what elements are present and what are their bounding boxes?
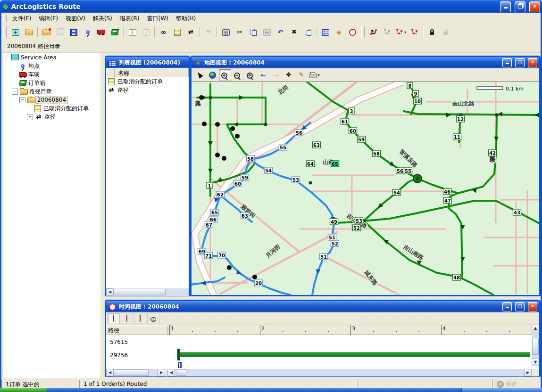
map-canvas[interactable]: 北街人民路吉山北路外环东路智溪东路山路吉山二路吉山南路城东路月河街殿前街8910… — [192, 82, 539, 295]
map-stop-53[interactable]: 53 — [292, 177, 300, 183]
menu-解决(S)[interactable]: 解决(S) — [89, 14, 116, 23]
time-close-button[interactable]: ✕ — [528, 302, 537, 311]
zoom-out-tool[interactable]: − — [232, 69, 244, 81]
map-stop-64[interactable]: 64 — [307, 161, 315, 167]
save-button[interactable] — [67, 26, 80, 39]
map-stop-51[interactable]: 51 — [328, 234, 336, 240]
unassigned-stop-dot[interactable] — [230, 126, 235, 131]
map-stop-56[interactable]: 56 — [295, 130, 303, 136]
map-stop-62[interactable]: 62 — [217, 191, 225, 197]
unassigned-stop-dot[interactable] — [202, 122, 207, 126]
zoom-selected-tool[interactable]: ❖ — [244, 69, 257, 81]
list-view-titlebar[interactable]: 列表视图 (20060804) — [106, 57, 189, 68]
menu-帮助(H)[interactable]: 帮助(H) — [172, 14, 200, 23]
map-stop-60[interactable]: 60 — [349, 128, 357, 134]
vehicles-button[interactable] — [95, 26, 108, 39]
find-button[interactable]: ∞ — [157, 26, 170, 39]
solve-button[interactable]: ↻ — [367, 26, 380, 39]
minimize-button[interactable] — [500, 1, 511, 12]
green-route-line[interactable] — [197, 98, 266, 182]
list-view-button[interactable] — [319, 26, 332, 39]
map-stop-3[interactable]: 3 — [349, 108, 354, 114]
map-stop-51[interactable]: 51 — [320, 253, 328, 260]
scroll-up-icon[interactable]: ▲ — [532, 325, 539, 332]
draw-tool[interactable]: ✎ — [295, 69, 308, 81]
delete-button[interactable]: ✖ — [288, 26, 300, 39]
list-header-name[interactable]: 名称 — [115, 68, 189, 77]
close-button[interactable]: ✕ — [529, 1, 540, 12]
map-stop-20[interactable]: 20 — [255, 280, 263, 286]
tree-item-已取消分配的订单[interactable]: 已取消分配的订单 — [2, 104, 100, 113]
time-maximize-button[interactable]: □ — [515, 302, 525, 311]
tree-expander-expand-icon[interactable]: + — [27, 114, 33, 120]
map-stop-1[interactable]: 1 — [207, 182, 212, 188]
tree-expander-collapse-icon[interactable]: − — [12, 89, 18, 95]
unassigned-stop-dot[interactable] — [199, 95, 204, 100]
route-badge-2[interactable]: 2 — [413, 174, 422, 183]
unassigned-stop-dot[interactable] — [215, 122, 220, 127]
unassigned-stop-dot[interactable] — [227, 265, 232, 270]
list-hscrollbar[interactable]: ◀ — [106, 288, 189, 296]
map-stop-52[interactable]: 52 — [331, 240, 339, 246]
clock-half-button[interactable] — [121, 313, 133, 324]
menu-grip[interactable] — [3, 15, 7, 22]
map-stop-9[interactable]: 9 — [413, 90, 418, 97]
map-stop-56[interactable]: 56 — [396, 168, 404, 174]
unlock-button[interactable] — [439, 26, 452, 39]
map-svg[interactable]: 北街人民路吉山北路外环东路智溪东路山路吉山二路吉山南路城东路月河街殿前街8910… — [192, 82, 539, 295]
tree-item-地点[interactable]: 地点 — [2, 62, 100, 70]
map-stop-46[interactable]: 46 — [443, 188, 451, 195]
route-flag-button[interactable]: ⚑ — [202, 26, 215, 39]
import-template-button[interactable]: ↓ — [140, 26, 152, 39]
new-project-button[interactable]: + — [9, 26, 22, 39]
select-arrow-tool[interactable] — [193, 69, 206, 81]
map-view-titlebar[interactable]: ◈ 地图视图 : 20060804 □ ✕ — [192, 57, 539, 68]
green-route-line[interactable] — [307, 82, 458, 193]
scroll-left-icon[interactable]: ◀ — [106, 288, 114, 296]
map-stop-10[interactable]: 10 — [414, 98, 422, 104]
unassigned-stop-dot[interactable] — [252, 275, 257, 279]
scroll-left-icon[interactable]: ◀ — [167, 369, 175, 376]
map-close-button[interactable]: ✕ — [528, 58, 537, 67]
time-vscroll-thumb[interactable] — [532, 339, 539, 355]
menu-文件(F)[interactable]: 文件(F) — [8, 14, 35, 23]
map-stop-58[interactable]: 58 — [247, 155, 255, 162]
map-stop-63[interactable]: 63 — [241, 212, 249, 219]
clock-24-button[interactable]: 24 — [147, 313, 159, 324]
scroll-right-icon[interactable]: ▶ — [524, 369, 532, 376]
time-name-hscrollbar[interactable]: ◀ ▶ — [106, 369, 165, 376]
map-stop-65[interactable]: 65 — [331, 161, 339, 167]
scroll-down-icon[interactable]: ▼ — [532, 359, 539, 366]
zoom-in-tool[interactable]: + — [219, 69, 231, 81]
lock-button[interactable] — [425, 26, 438, 39]
routes-button[interactable]: ⇄ — [184, 26, 197, 39]
map-stop-58[interactable]: 58 — [373, 150, 381, 156]
tree-item-路径目录[interactable]: −路径目录 — [2, 87, 100, 96]
new-folder-button[interactable] — [40, 26, 53, 39]
map-stop-52[interactable]: 52 — [353, 225, 361, 231]
route-row-29756[interactable]: 29756 — [110, 352, 128, 359]
tree-item-订单箱[interactable]: 订单箱 — [2, 79, 100, 87]
paste-special-button[interactable] — [301, 26, 314, 39]
map-minimize-button[interactable] — [502, 58, 512, 67]
net-reseq-button[interactable] — [408, 26, 421, 39]
unassigned-stop-dot[interactable] — [235, 134, 240, 139]
map-view-button[interactable]: ◈ — [333, 26, 345, 39]
map-stop-53[interactable]: 53 — [355, 218, 363, 224]
tree-item-Service Area[interactable]: Service Area — [2, 53, 100, 62]
menu-窗口(W)[interactable]: 窗口(W) — [143, 14, 172, 23]
order-box-button[interactable] — [108, 26, 121, 39]
time-view-button[interactable] — [346, 26, 359, 39]
route-column-header[interactable]: 路径 — [106, 325, 167, 335]
cut-button[interactable]: ✂ — [233, 26, 246, 39]
time-timeline-hscrollbar[interactable]: ◀ ▶ — [167, 369, 532, 376]
map-stop-8[interactable]: 8 — [407, 82, 413, 89]
map-stop-70[interactable]: 70 — [218, 252, 226, 258]
menu-视图(V)[interactable]: 视图(V) — [62, 14, 89, 23]
map-stop-65[interactable]: 65 — [211, 209, 219, 215]
time-name-hscroll-thumb[interactable] — [114, 369, 149, 376]
map-stop-47[interactable]: 47 — [444, 197, 452, 204]
tree-item-20060804[interactable]: −20060804 — [2, 96, 100, 104]
unassigned-stop-dot[interactable] — [222, 156, 226, 161]
copy-button[interactable] — [247, 26, 259, 39]
